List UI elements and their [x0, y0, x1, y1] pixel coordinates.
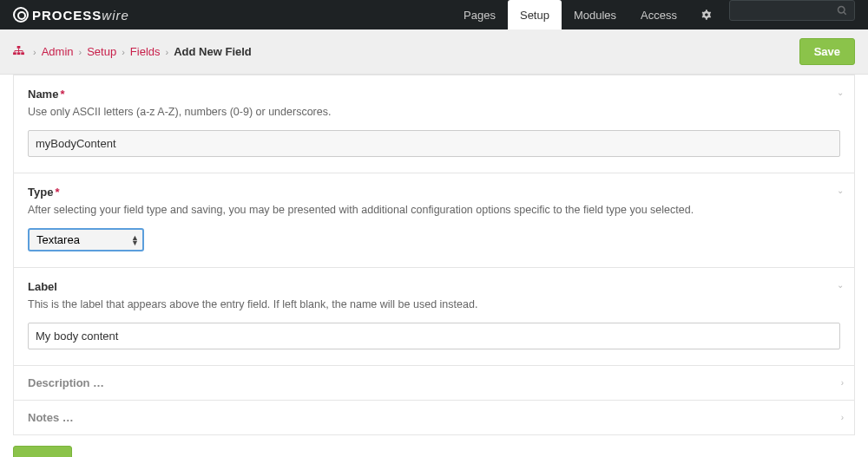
save-button-bottom[interactable]: Save [13, 446, 72, 457]
crumb-sep: › [122, 47, 125, 57]
type-select-wrap: Textarea ▲▼ [28, 228, 144, 251]
panel-name: Name* Use only ASCII letters (a-z A-Z), … [13, 75, 855, 173]
field-label-type: Type* [28, 186, 840, 199]
wrench-icon[interactable] [689, 0, 722, 29]
field-label-description: Description … [28, 376, 840, 389]
search-input[interactable] [729, 0, 855, 21]
collapse-caret-icon[interactable]: ⌄ [837, 88, 844, 97]
footer-actions: Save [13, 446, 855, 457]
nav-setup[interactable]: Setup [508, 0, 562, 29]
breadcrumb-bar: › Admin › Setup › Fields › Add New Field… [0, 29, 868, 75]
search-icon [837, 5, 847, 16]
crumb-setup[interactable]: Setup [87, 45, 116, 58]
svg-rect-2 [17, 52, 21, 55]
logo[interactable]: PROCESSwire [13, 7, 129, 23]
crumb-admin[interactable]: Admin [42, 45, 74, 58]
main-nav: Pages Setup Modules Access [451, 0, 855, 29]
label-input[interactable] [28, 323, 840, 349]
field-label-name: Name* [28, 88, 840, 101]
panel-notes[interactable]: Notes … › [13, 401, 855, 435]
panel-type: Type* After selecting your field type an… [13, 173, 855, 268]
sitemap-icon[interactable] [13, 45, 24, 58]
logo-text-light: wire [102, 8, 129, 23]
required-star: * [60, 88, 64, 101]
type-select[interactable]: Textarea [30, 230, 142, 250]
panel-label: Label This is the label that appears abo… [13, 268, 855, 366]
form-content: Name* Use only ASCII letters (a-z A-Z), … [0, 75, 868, 457]
svg-rect-1 [13, 52, 16, 55]
name-input[interactable] [28, 130, 840, 157]
required-star: * [55, 186, 59, 199]
field-desc-label: This is the label that appears above the… [28, 298, 840, 310]
nav-access[interactable]: Access [628, 0, 689, 29]
nav-pages[interactable]: Pages [451, 0, 508, 29]
crumb-current: Add New Field [174, 45, 252, 58]
svg-rect-3 [21, 52, 24, 55]
expand-caret-icon: › [841, 413, 844, 422]
field-label-notes: Notes … [28, 411, 840, 424]
svg-rect-0 [17, 46, 21, 49]
expand-caret-icon: › [841, 378, 844, 388]
collapse-caret-icon[interactable]: ⌄ [837, 280, 844, 290]
topbar: PROCESSwire Pages Setup Modules Access [0, 0, 868, 29]
crumb-sep: › [33, 47, 36, 57]
nav-modules[interactable]: Modules [562, 0, 628, 29]
logo-icon [13, 7, 29, 23]
logo-text-bold: PROCESS [32, 8, 102, 23]
field-desc-type: After selecting your field type and savi… [28, 204, 840, 216]
panel-description[interactable]: Description … › [13, 366, 855, 401]
crumb-fields[interactable]: Fields [130, 45, 161, 58]
field-desc-name: Use only ASCII letters (a-z A-Z), number… [28, 106, 840, 118]
collapse-caret-icon[interactable]: ⌄ [837, 186, 844, 195]
crumb-sep: › [79, 47, 82, 57]
crumb-sep: › [166, 47, 169, 57]
field-label-label: Label [28, 280, 840, 293]
save-button-top[interactable]: Save [799, 38, 855, 65]
